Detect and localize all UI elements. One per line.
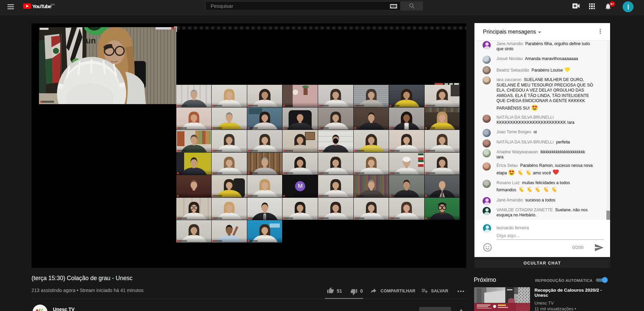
svg-text:un: un [86, 36, 96, 45]
